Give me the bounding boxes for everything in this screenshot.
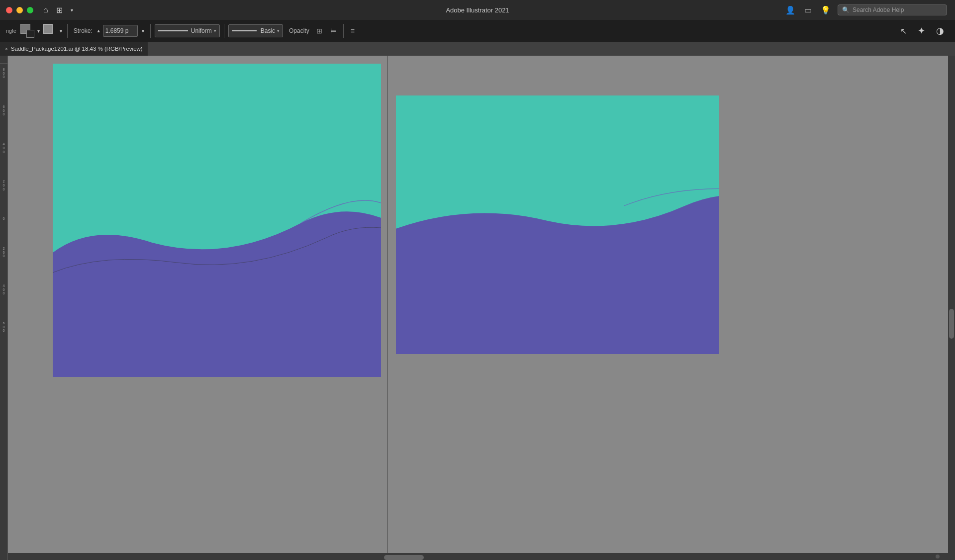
canvas-container[interactable] [8, 56, 955, 560]
scrollbar-right[interactable] [948, 56, 955, 560]
appearance-icon[interactable]: ◑ [933, 24, 947, 37]
stroke-style-dropdown[interactable]: Uniform ▾ [155, 24, 220, 37]
stroke-swatch[interactable] [43, 24, 57, 38]
artboard-left [53, 64, 381, 377]
search-input[interactable] [853, 6, 943, 13]
opacity-label: Opacity [287, 27, 311, 34]
title-bar-right: 👤 ▭ 💡 🔍 [783, 4, 955, 16]
learn-icon[interactable]: 💡 [819, 4, 833, 16]
uniform-dropdown-arrow: ▾ [214, 28, 216, 33]
basic-group: Basic ▾ [228, 24, 283, 37]
main-area: 800 600 400 200 0 260 400 600 1400 1200 … [0, 56, 955, 560]
stroke-style-group: Uniform ▾ [155, 24, 220, 37]
title-bar: ⌂ ⊞ ▾ Adobe Illustrator 2021 👤 ▭ 💡 🔍 [0, 0, 955, 20]
home-icon[interactable]: ⌂ [41, 4, 50, 15]
scroll-thumb-h[interactable] [384, 555, 424, 560]
ruler-left: 800 600 400 200 0 260 400 600 [0, 56, 8, 560]
app-title: Adobe Illustrator 2021 [446, 6, 509, 14]
snap-icon[interactable]: ✦ [915, 24, 928, 37]
basic-dropdown-arrow: ▾ [277, 28, 280, 33]
fill-stroke-group: ngle ▾ ▾ [4, 24, 63, 38]
search-bar[interactable]: 🔍 [838, 4, 947, 15]
stroke-value-input[interactable] [103, 25, 138, 37]
maximize-button[interactable] [27, 7, 33, 13]
view-divider [387, 56, 388, 560]
search-icon: 🔍 [842, 6, 850, 13]
window-controls [0, 7, 33, 13]
workspace-icon[interactable]: ⊞ [54, 4, 65, 16]
toolbar-right-icons: ↖ ✦ ◑ [897, 24, 951, 37]
divider-1 [67, 24, 68, 38]
stroke-label: Stroke: [72, 27, 95, 34]
stroke-preview [158, 30, 188, 31]
stroke-unit-dropdown[interactable]: ▾ [140, 27, 146, 35]
ruler-corner [0, 56, 7, 64]
cursor-icon[interactable]: ↖ [897, 25, 910, 37]
divider-2 [150, 24, 151, 38]
opacity-group: Opacity ⊞ ⊨ [287, 26, 339, 36]
basic-label: Basic [261, 27, 275, 34]
document-tab[interactable]: × Saddle_Package1201.ai @ 18.43 % (RGB/P… [0, 42, 148, 56]
artboard-right [396, 56, 719, 394]
tab-filename: Saddle_Package1201.ai @ 18.43 % (RGB/Pre… [11, 46, 143, 52]
fill-dropdown-icon[interactable]: ▾ [36, 28, 41, 34]
account-icon[interactable]: 👤 [783, 4, 797, 16]
arrange-icon[interactable]: ▭ [802, 4, 814, 16]
close-button[interactable] [6, 7, 12, 13]
scroll-thumb-v[interactable] [949, 309, 954, 339]
align-icon[interactable]: ⊨ [327, 26, 339, 36]
scrollbar-bottom[interactable] [8, 553, 948, 560]
list-icon[interactable]: ≡ [348, 26, 358, 36]
workspace-dropdown-icon[interactable]: ▾ [69, 6, 75, 14]
shape-label: ngle [4, 28, 18, 34]
artwork-svg-right [396, 56, 719, 394]
basic-line-preview [232, 30, 257, 31]
stroke-dropdown-icon[interactable]: ▾ [59, 28, 63, 34]
tab-bar: × Saddle_Package1201.ai @ 18.43 % (RGB/P… [0, 42, 955, 56]
divider-4 [343, 24, 344, 38]
basic-dropdown[interactable]: Basic ▾ [228, 24, 283, 37]
ruler-left-ticks: 800 600 400 200 0 260 400 600 [0, 64, 7, 333]
stroke-up-icon[interactable]: ▲ [96, 28, 101, 33]
tab-close-icon[interactable]: × [5, 46, 8, 52]
uniform-label: Uniform [191, 27, 212, 34]
toolbar: ngle ▾ ▾ Stroke: ▲ ▾ Uniform ▾ Basic ▾ [0, 20, 955, 42]
fill-swatch[interactable] [20, 24, 34, 38]
stroke-group: Stroke: ▲ ▾ [72, 25, 146, 37]
minimize-button[interactable] [16, 7, 23, 13]
canvas-wrapper: 1400 1200 1000 800 600 400 200 0 200 400… [8, 56, 955, 560]
grid-icon[interactable]: ⊞ [313, 26, 325, 36]
scroll-corner [934, 553, 941, 560]
artwork-svg-left [53, 64, 381, 377]
divider-3 [224, 24, 224, 38]
